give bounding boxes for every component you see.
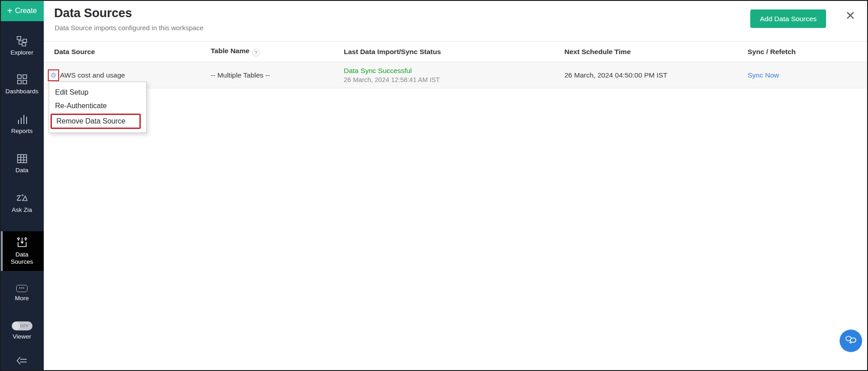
sync-status-timestamp: 26 March, 2024 12:58:41 AM IST xyxy=(344,76,564,83)
sidebar-collapse-button[interactable] xyxy=(0,353,44,369)
gear-icon: ⚙ xyxy=(51,72,56,78)
toggle-state-label: OFF xyxy=(20,323,29,328)
viewer-label: Viewer xyxy=(11,333,33,340)
chat-bubbles-icon xyxy=(845,334,857,347)
sidebar: + Create Explorer Dashboards xyxy=(0,0,44,371)
table-header-row: Data Source Table Name? Last Data Import… xyxy=(44,41,868,62)
sidebar-item-label: Ask Zia xyxy=(10,206,34,214)
sync-now-cell: Sync Now xyxy=(748,71,868,79)
menu-item-remove-data-source[interactable]: Remove Data Source xyxy=(52,117,125,125)
table-name-cell: -- Multiple Tables -- xyxy=(211,71,344,79)
sidebar-item-label: Dashboards xyxy=(4,88,40,95)
toggle-knob-icon xyxy=(12,322,20,330)
sidebar-item-label: Data Sources xyxy=(6,251,38,266)
column-header-sync-refetch: Sync / Refetch xyxy=(748,48,868,56)
sidebar-item-more[interactable]: ••• More xyxy=(0,280,44,307)
menu-item-edit-setup[interactable]: Edit Setup xyxy=(49,86,146,99)
data-table-icon xyxy=(16,153,28,164)
help-icon[interactable]: ? xyxy=(252,49,260,56)
ask-zia-icon xyxy=(15,194,29,204)
sync-status-text: Data Sync Successful xyxy=(344,67,564,75)
data-source-name: AWS cost and usage xyxy=(60,71,125,79)
data-sources-panel: Data Sources Data Source imports configu… xyxy=(44,0,868,371)
data-source-context-menu: Edit Setup Re-Authenticate Remove Data S… xyxy=(49,82,147,133)
dashboards-icon xyxy=(16,73,28,85)
data-source-cell: ⚙ AWS cost and usage xyxy=(54,69,211,81)
sync-status-cell: Data Sync Successful 26 March, 2024 12:5… xyxy=(344,67,564,83)
column-header-label: Table Name xyxy=(211,47,249,55)
column-header-table-name: Table Name? xyxy=(211,47,344,57)
create-button[interactable]: + Create xyxy=(0,0,44,21)
sidebar-item-label: Explorer xyxy=(9,49,35,56)
table-row: ⚙ AWS cost and usage -- Multiple Tables … xyxy=(44,62,868,88)
sidebar-item-label: Reports xyxy=(9,128,34,135)
page-subtitle: Data Source imports configured in this w… xyxy=(55,24,203,32)
sidebar-item-dashboards[interactable]: Dashboards xyxy=(0,70,44,98)
panel-header: Data Sources Data Source imports configu… xyxy=(44,0,868,41)
add-data-sources-button[interactable]: Add Data Sources xyxy=(750,9,826,28)
settings-gear-button[interactable]: ⚙ xyxy=(48,69,59,81)
collapse-arrow-icon xyxy=(16,356,28,366)
plus-icon: + xyxy=(7,6,13,15)
next-schedule-cell: 26 March, 2024 04:50:00 PM IST xyxy=(564,71,748,79)
menu-item-remove-highlight: Remove Data Source xyxy=(51,114,141,129)
viewer-toggle-item: OFF Viewer xyxy=(0,317,44,344)
more-icon: ••• xyxy=(16,285,27,293)
column-header-data-source: Data Source xyxy=(54,48,211,56)
sidebar-item-reports[interactable]: Reports xyxy=(0,111,44,138)
sidebar-item-data-sources[interactable]: Data Sources xyxy=(0,231,44,271)
data-sources-icon xyxy=(16,237,28,248)
viewer-toggle[interactable]: OFF xyxy=(12,321,32,330)
sync-now-link[interactable]: Sync Now xyxy=(748,71,779,79)
create-button-label: Create xyxy=(15,7,37,15)
sidebar-item-data[interactable]: Data xyxy=(0,151,44,177)
chat-support-button[interactable] xyxy=(840,330,862,352)
reports-icon xyxy=(16,114,28,125)
column-header-next-schedule: Next Schedule Time xyxy=(564,48,748,56)
menu-item-re-authenticate[interactable]: Re-Authenticate xyxy=(49,99,146,113)
explorer-icon xyxy=(16,36,28,46)
sidebar-item-explorer[interactable]: Explorer xyxy=(0,32,44,60)
page-title: Data Sources xyxy=(54,6,132,20)
sidebar-item-ask-zia[interactable]: Ask Zia xyxy=(0,190,44,217)
close-icon[interactable]: ✕ xyxy=(845,10,855,22)
sidebar-item-label: Data xyxy=(14,167,30,174)
sidebar-item-label: More xyxy=(13,295,31,302)
column-header-last-status: Last Data Import/Sync Status xyxy=(344,48,564,56)
